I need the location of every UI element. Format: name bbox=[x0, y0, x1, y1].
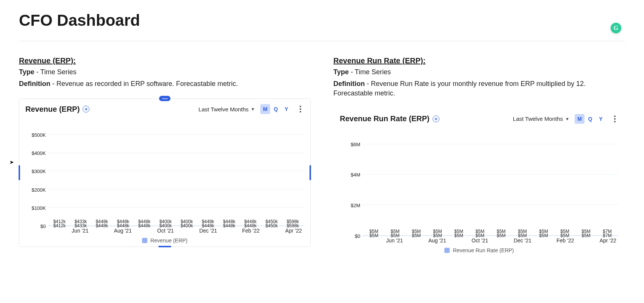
definition-label: Definition bbox=[333, 80, 365, 87]
type-value: Time Series bbox=[355, 68, 391, 76]
bar-inner-label: $5M bbox=[391, 233, 399, 238]
bar-inner-label: $448k bbox=[96, 223, 108, 228]
type-label: Type bbox=[333, 68, 349, 76]
bar-inner-label: $5M bbox=[433, 233, 442, 238]
grammarly-badge-icon[interactable]: G bbox=[611, 23, 621, 33]
chart-legend-left: Revenue (ERP) bbox=[25, 237, 304, 244]
type-value: Time Series bbox=[40, 68, 76, 76]
x-axis-right: May '21Jun '21Jul '21Aug '21Sep '21Oct '… bbox=[363, 236, 619, 246]
type-label: Type bbox=[19, 68, 34, 76]
chart-legend-right: Revenue Run Rate (ERP) bbox=[340, 247, 619, 253]
y-tick: $6M bbox=[351, 141, 360, 147]
y-tick: $100K bbox=[31, 205, 46, 211]
y-axis-right: $0$2M$4M$6M bbox=[340, 126, 363, 236]
divider bbox=[19, 41, 625, 41]
bar-inner-label: $5M bbox=[560, 233, 569, 238]
metric-definition-line-right: Definition - Revenue Run Rate is your mo… bbox=[333, 79, 625, 98]
bar-inner-label: $5M bbox=[518, 233, 527, 238]
chart-menu-icon[interactable] bbox=[611, 114, 619, 124]
chart-title-right: Revenue Run Rate (ERP) bbox=[340, 114, 430, 123]
definition-value: Revenue as recorded in ERP software. For… bbox=[56, 80, 238, 87]
granularity-year-button[interactable]: Y bbox=[596, 114, 606, 124]
y-tick: $400K bbox=[31, 150, 46, 156]
y-tick: $0 bbox=[355, 233, 360, 239]
bar-inner-label: $598k bbox=[287, 223, 299, 228]
range-picker-right[interactable]: Last Twelve Months ▼ bbox=[513, 116, 569, 122]
granularity-quarter-button[interactable]: Q bbox=[271, 104, 281, 114]
legend-label: Revenue Run Rate (ERP) bbox=[453, 247, 514, 253]
granularity-month-button[interactable]: M bbox=[260, 104, 270, 114]
legend-swatch-icon bbox=[444, 248, 450, 253]
drag-handle-icon[interactable] bbox=[159, 96, 170, 101]
chart-card-runrate: Revenue Run Rate (ERP) + Last Twelve Mon… bbox=[333, 108, 625, 257]
bar-inner-label: $433k bbox=[75, 223, 87, 228]
add-metric-icon[interactable]: + bbox=[433, 116, 439, 122]
cursor-icon: ➤ bbox=[9, 159, 14, 165]
bar-inner-label: $400k bbox=[181, 223, 193, 228]
bar-inner-label: $7M bbox=[603, 233, 611, 238]
granularity-month-button[interactable]: M bbox=[575, 114, 585, 124]
metric-definition-line-left: Definition - Revenue as recorded in ERP … bbox=[19, 79, 311, 89]
bar-inner-label: $400k bbox=[159, 223, 172, 228]
range-label: Last Twelve Months bbox=[513, 116, 563, 122]
chart-title-left: Revenue (ERP) bbox=[25, 105, 80, 114]
range-picker-left[interactable]: Last Twelve Months ▼ bbox=[199, 106, 255, 112]
y-tick: $300K bbox=[31, 169, 46, 174]
metric-type-line-left: Type - Time Series bbox=[19, 67, 311, 77]
granularity-year-button[interactable]: Y bbox=[281, 104, 291, 114]
page-title: CFO Dashboard bbox=[19, 11, 625, 30]
granularity-quarter-button[interactable]: Q bbox=[585, 114, 595, 124]
metric-name-right: Revenue Run Rate (ERP): bbox=[333, 56, 625, 65]
bar-inner-label: $5M bbox=[497, 233, 505, 238]
bar-inner-label: $448k bbox=[223, 223, 236, 228]
add-metric-icon[interactable]: + bbox=[83, 106, 89, 112]
caret-down-icon: ▼ bbox=[251, 107, 255, 111]
resize-handle-right[interactable] bbox=[309, 165, 311, 180]
legend-label: Revenue (ERP) bbox=[150, 237, 188, 244]
definition-value: Revenue Run Rate is your monthly revenue… bbox=[333, 80, 586, 97]
caret-down-icon: ▼ bbox=[565, 117, 569, 121]
chart-plot-left[interactable]: $412k$412k$433k$433k$448k$448k$448k$448k… bbox=[48, 116, 304, 226]
bar-inner-label: $5M bbox=[454, 233, 463, 238]
chart-menu-icon[interactable] bbox=[297, 104, 304, 114]
resize-handle-bottom[interactable] bbox=[158, 246, 171, 247]
bar-inner-label: $448k bbox=[138, 223, 151, 228]
bar-inner-label: $448k bbox=[244, 223, 257, 228]
resize-handle-left[interactable] bbox=[19, 165, 20, 180]
definition-label: Definition bbox=[19, 80, 50, 87]
bar-inner-label: $5M bbox=[539, 233, 548, 238]
y-tick: $500K bbox=[31, 132, 46, 137]
bar-inner-label: $5M bbox=[369, 233, 378, 238]
bar-inner-label: $5M bbox=[475, 233, 484, 238]
legend-swatch-icon bbox=[142, 238, 147, 243]
y-tick: $2M bbox=[351, 203, 360, 208]
y-axis-left: $0$100K$200K$300K$400K$500K bbox=[25, 116, 48, 226]
metric-name-left: Revenue (ERP): bbox=[19, 56, 311, 65]
chart-card-revenue: Revenue (ERP) + Last Twelve Months ▼ M Q… bbox=[19, 98, 311, 247]
granularity-toggle-right: M Q Y bbox=[575, 114, 606, 124]
bar-inner-label: $448k bbox=[117, 223, 130, 228]
bar-inner-label: $412k bbox=[53, 223, 66, 228]
range-label: Last Twelve Months bbox=[199, 106, 249, 112]
bar-inner-label: $448k bbox=[202, 223, 214, 228]
metric-type-line-right: Type - Time Series bbox=[333, 67, 625, 77]
granularity-toggle-left: M Q Y bbox=[260, 104, 291, 114]
bar-inner-label: $5M bbox=[412, 233, 420, 238]
y-tick: $200K bbox=[31, 187, 46, 192]
bar-inner-label: $450k bbox=[266, 223, 278, 228]
chart-plot-right[interactable]: $5M$5M$5M$5M$5M$5M$5M$5M$5M$5M$5M$5M$5M$… bbox=[363, 126, 619, 236]
y-tick: $4M bbox=[351, 172, 360, 178]
bar-inner-label: $5M bbox=[581, 233, 590, 238]
y-tick: $0 bbox=[41, 223, 46, 229]
